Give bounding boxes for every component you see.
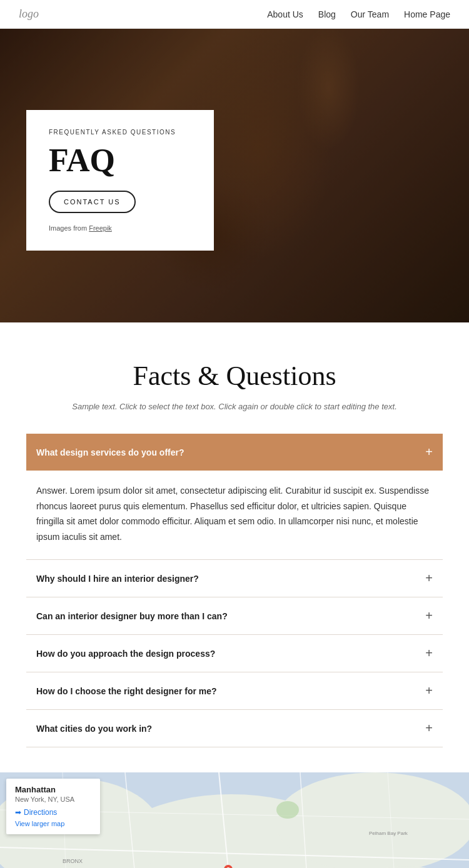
nav-about[interactable]: About Us [267,9,303,19]
hero-title: FAQ [49,144,191,177]
faq-item-4: How do I choose the right designer for m… [26,672,443,710]
hero-section: Frequently Asked Questions FAQ CONTACT U… [0,29,469,322]
faq-item-3: How do you approach the design process? … [26,635,443,672]
faq-item-header-3[interactable]: How do you approach the design process? … [26,635,443,672]
faq-question-2: Can an interior designer buy more than I… [36,611,228,621]
directions-button[interactable]: ➡ Directions [15,808,91,817]
faq-active-answer: Answer. Lorem ipsum dolor sit amet, cons… [26,471,443,559]
faq-question-5: What cities do you work in? [36,724,152,734]
contact-us-button[interactable]: CONTACT US [49,191,136,213]
image-credit: Images from Freepik [49,224,191,232]
faq-plus-icon-5: + [425,721,433,736]
faq-item-5: What cities do you work in? + [26,710,443,747]
logo: logo [19,7,39,21]
view-larger-map-link[interactable]: View larger map [15,820,64,827]
faq-item-header-1[interactable]: Why should I hire an interior designer? … [26,560,443,597]
faq-plus-icon-active: + [425,445,433,459]
map-section: MANHATTAN New York BROOKLYN QUEENS BRONX… [0,772,469,868]
faq-plus-icon-2: + [425,609,433,623]
faq-question-3: How do you approach the design process? [36,649,215,659]
nav-home[interactable]: Home Page [404,9,450,19]
map-place-name: Manhattan [15,785,91,794]
nav-links: About Us Blog Our Team Home Page [267,9,450,19]
faq-active-question: What design services do you offer? [36,447,184,457]
faq-question-1: Why should I hire an interior designer? [36,574,199,584]
image-credit-prefix: Images from [49,224,89,232]
faq-item-1: Why should I hire an interior designer? … [26,560,443,597]
faq-question-4: How do I choose the right designer for m… [36,686,217,696]
map-place-addr: New York, NY, USA [15,796,91,803]
map-infobox: Manhattan New York, NY, USA ➡ Directions… [6,779,100,834]
faq-item-2: Can an interior designer buy more than I… [26,597,443,635]
faq-item-header-active[interactable]: What design services do you offer? + [26,434,443,471]
navbar: logo About Us Blog Our Team Home Page [0,0,469,29]
faq-title: Facts & Questions [13,360,456,392]
hero-card: Frequently Asked Questions FAQ CONTACT U… [26,110,214,251]
faq-plus-icon-3: + [425,646,433,661]
directions-label: Directions [24,808,57,817]
svg-text:Pelham Bay Park: Pelham Bay Park [369,831,408,836]
faq-item-header-2[interactable]: Can an interior designer buy more than I… [26,597,443,634]
svg-point-15 [276,801,299,819]
map-placeholder: MANHATTAN New York BROOKLYN QUEENS BRONX… [0,772,469,868]
directions-icon: ➡ [15,808,21,817]
hero-subtitle: Frequently Asked Questions [49,129,191,136]
faq-subtitle: Sample text. Click to select the text bo… [13,402,456,411]
faq-plus-icon-1: + [425,571,433,586]
faq-item-active: What design services do you offer? + Ans… [26,434,443,560]
faq-section: Facts & Questions Sample text. Click to … [0,322,469,772]
faq-plus-icon-4: + [425,684,433,698]
freepik-link[interactable]: Freepik [89,224,112,232]
nav-blog[interactable]: Blog [318,9,336,19]
faq-item-header-4[interactable]: How do I choose the right designer for m… [26,672,443,709]
svg-text:BRONX: BRONX [63,858,83,864]
nav-team[interactable]: Our Team [351,9,389,19]
faq-item-header-5[interactable]: What cities do you work in? + [26,710,443,747]
